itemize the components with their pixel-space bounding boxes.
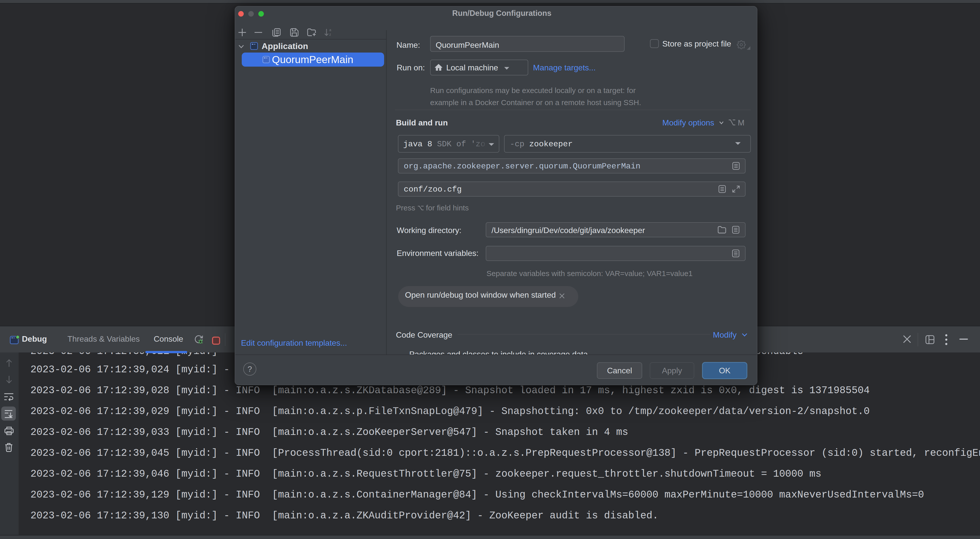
svg-text:a: a — [329, 28, 331, 32]
svg-text:z: z — [329, 32, 331, 36]
